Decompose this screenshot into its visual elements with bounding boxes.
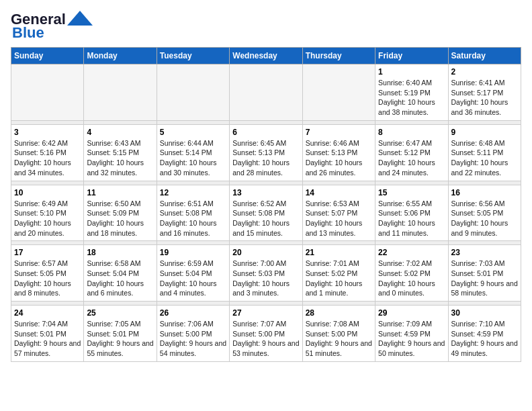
day-number: 20 xyxy=(232,248,299,257)
day-number: 7 xyxy=(306,128,372,137)
day-number: 11 xyxy=(87,188,153,197)
day-number: 29 xyxy=(378,308,445,318)
calendar-table: SundayMondayTuesdayWednesdayThursdayFrid… xyxy=(11,47,521,362)
calendar-cell: 17Sunrise: 6:57 AM Sunset: 5:05 PM Dayli… xyxy=(11,245,84,302)
calendar-cell: 9Sunrise: 6:48 AM Sunset: 5:11 PM Daylig… xyxy=(448,124,521,181)
calendar-cell: 26Sunrise: 7:06 AM Sunset: 5:00 PM Dayli… xyxy=(157,306,229,362)
weekday-header: Thursday xyxy=(302,48,375,64)
day-number: 22 xyxy=(378,248,445,257)
day-number: 24 xyxy=(14,308,81,318)
weekday-header: Saturday xyxy=(448,48,521,64)
calendar-cell xyxy=(11,64,84,121)
day-number: 9 xyxy=(451,128,518,137)
calendar-cell: 11Sunrise: 6:50 AM Sunset: 5:09 PM Dayli… xyxy=(84,185,157,241)
day-number: 15 xyxy=(378,188,445,197)
day-number: 12 xyxy=(160,188,226,197)
day-info: Sunrise: 6:53 AM Sunset: 5:07 PM Dayligh… xyxy=(306,199,372,238)
logo: General Blue xyxy=(11,11,93,42)
day-info: Sunrise: 6:41 AM Sunset: 5:17 PM Dayligh… xyxy=(451,78,518,118)
day-info: Sunrise: 6:56 AM Sunset: 5:05 PM Dayligh… xyxy=(451,199,518,238)
calendar-cell xyxy=(230,64,302,121)
svg-marker-0 xyxy=(67,11,93,26)
calendar-cell: 3Sunrise: 6:42 AM Sunset: 5:16 PM Daylig… xyxy=(11,124,84,181)
day-info: Sunrise: 7:07 AM Sunset: 5:00 PM Dayligh… xyxy=(232,319,299,359)
calendar-cell: 14Sunrise: 6:53 AM Sunset: 5:07 PM Dayli… xyxy=(302,185,375,241)
calendar-week-row: 1Sunrise: 6:40 AM Sunset: 5:19 PM Daylig… xyxy=(11,64,521,121)
day-number: 21 xyxy=(306,248,372,257)
calendar-cell: 13Sunrise: 6:52 AM Sunset: 5:08 PM Dayli… xyxy=(230,185,302,241)
calendar-week-row: 3Sunrise: 6:42 AM Sunset: 5:16 PM Daylig… xyxy=(11,124,521,181)
day-info: Sunrise: 6:51 AM Sunset: 5:08 PM Dayligh… xyxy=(160,199,226,238)
day-number: 6 xyxy=(232,128,299,137)
day-info: Sunrise: 7:00 AM Sunset: 5:03 PM Dayligh… xyxy=(232,259,299,298)
calendar-cell: 20Sunrise: 7:00 AM Sunset: 5:03 PM Dayli… xyxy=(230,245,302,302)
logo-blue: Blue xyxy=(12,24,44,42)
day-info: Sunrise: 6:49 AM Sunset: 5:10 PM Dayligh… xyxy=(14,199,81,238)
calendar-cell: 15Sunrise: 6:55 AM Sunset: 5:06 PM Dayli… xyxy=(375,185,448,241)
day-number: 5 xyxy=(160,128,226,137)
calendar-cell: 12Sunrise: 6:51 AM Sunset: 5:08 PM Dayli… xyxy=(157,185,229,241)
calendar-cell: 25Sunrise: 7:05 AM Sunset: 5:01 PM Dayli… xyxy=(84,306,157,362)
day-info: Sunrise: 7:05 AM Sunset: 5:01 PM Dayligh… xyxy=(87,319,153,359)
day-number: 18 xyxy=(87,248,153,257)
calendar-week-row: 17Sunrise: 6:57 AM Sunset: 5:05 PM Dayli… xyxy=(11,245,521,302)
day-number: 1 xyxy=(378,67,445,77)
day-info: Sunrise: 7:08 AM Sunset: 5:00 PM Dayligh… xyxy=(306,319,372,359)
calendar-cell: 1Sunrise: 6:40 AM Sunset: 5:19 PM Daylig… xyxy=(375,64,448,121)
day-info: Sunrise: 7:01 AM Sunset: 5:02 PM Dayligh… xyxy=(306,259,372,298)
calendar-header-row: SundayMondayTuesdayWednesdayThursdayFrid… xyxy=(11,48,521,64)
day-number: 28 xyxy=(306,308,372,318)
calendar-cell: 22Sunrise: 7:02 AM Sunset: 5:02 PM Dayli… xyxy=(375,245,448,302)
calendar-cell: 10Sunrise: 6:49 AM Sunset: 5:10 PM Dayli… xyxy=(11,185,84,241)
calendar-cell: 19Sunrise: 6:59 AM Sunset: 5:04 PM Dayli… xyxy=(157,245,229,302)
day-info: Sunrise: 7:02 AM Sunset: 5:02 PM Dayligh… xyxy=(378,259,445,298)
calendar-week-row: 10Sunrise: 6:49 AM Sunset: 5:10 PM Dayli… xyxy=(11,185,521,241)
calendar-cell: 16Sunrise: 6:56 AM Sunset: 5:05 PM Dayli… xyxy=(448,185,521,241)
day-info: Sunrise: 6:59 AM Sunset: 5:04 PM Dayligh… xyxy=(160,259,226,298)
calendar-cell: 24Sunrise: 7:04 AM Sunset: 5:01 PM Dayli… xyxy=(11,306,84,362)
calendar-cell: 28Sunrise: 7:08 AM Sunset: 5:00 PM Dayli… xyxy=(302,306,375,362)
day-info: Sunrise: 6:52 AM Sunset: 5:08 PM Dayligh… xyxy=(232,199,299,238)
day-number: 3 xyxy=(14,128,81,137)
day-number: 10 xyxy=(14,188,81,197)
day-info: Sunrise: 7:10 AM Sunset: 4:59 PM Dayligh… xyxy=(451,319,518,359)
day-number: 27 xyxy=(232,308,299,318)
calendar-cell: 30Sunrise: 7:10 AM Sunset: 4:59 PM Dayli… xyxy=(448,306,521,362)
calendar-week-row: 24Sunrise: 7:04 AM Sunset: 5:01 PM Dayli… xyxy=(11,306,521,362)
calendar-cell: 21Sunrise: 7:01 AM Sunset: 5:02 PM Dayli… xyxy=(302,245,375,302)
day-number: 25 xyxy=(87,308,153,318)
calendar-cell xyxy=(84,64,157,121)
day-info: Sunrise: 6:57 AM Sunset: 5:05 PM Dayligh… xyxy=(14,259,81,298)
day-info: Sunrise: 6:48 AM Sunset: 5:11 PM Dayligh… xyxy=(451,138,518,178)
day-info: Sunrise: 6:55 AM Sunset: 5:06 PM Dayligh… xyxy=(378,199,445,238)
day-info: Sunrise: 6:45 AM Sunset: 5:13 PM Dayligh… xyxy=(232,138,299,178)
calendar-cell: 23Sunrise: 7:03 AM Sunset: 5:01 PM Dayli… xyxy=(448,245,521,302)
calendar-cell: 29Sunrise: 7:09 AM Sunset: 4:59 PM Dayli… xyxy=(375,306,448,362)
calendar-cell: 4Sunrise: 6:43 AM Sunset: 5:15 PM Daylig… xyxy=(84,124,157,181)
day-number: 14 xyxy=(306,188,372,197)
day-info: Sunrise: 6:58 AM Sunset: 5:04 PM Dayligh… xyxy=(87,259,153,298)
day-number: 26 xyxy=(160,308,226,318)
weekday-header: Tuesday xyxy=(157,48,229,64)
calendar-cell: 5Sunrise: 6:44 AM Sunset: 5:14 PM Daylig… xyxy=(157,124,229,181)
weekday-header: Monday xyxy=(84,48,157,64)
day-number: 23 xyxy=(451,248,518,257)
calendar-cell: 2Sunrise: 6:41 AM Sunset: 5:17 PM Daylig… xyxy=(448,64,521,121)
weekday-header: Friday xyxy=(375,48,448,64)
day-number: 17 xyxy=(14,248,81,257)
logo-icon xyxy=(67,11,93,26)
day-info: Sunrise: 7:06 AM Sunset: 5:00 PM Dayligh… xyxy=(160,319,226,359)
calendar-cell: 8Sunrise: 6:47 AM Sunset: 5:12 PM Daylig… xyxy=(375,124,448,181)
calendar-cell xyxy=(302,64,375,121)
calendar-cell: 6Sunrise: 6:45 AM Sunset: 5:13 PM Daylig… xyxy=(230,124,302,181)
day-info: Sunrise: 6:46 AM Sunset: 5:13 PM Dayligh… xyxy=(306,138,372,178)
page-header: General Blue xyxy=(11,11,521,42)
day-number: 30 xyxy=(451,308,518,318)
weekday-header: Wednesday xyxy=(230,48,302,64)
day-info: Sunrise: 7:09 AM Sunset: 4:59 PM Dayligh… xyxy=(378,319,445,359)
day-info: Sunrise: 6:44 AM Sunset: 5:14 PM Dayligh… xyxy=(160,138,226,178)
day-info: Sunrise: 6:50 AM Sunset: 5:09 PM Dayligh… xyxy=(87,199,153,238)
day-number: 4 xyxy=(87,128,153,137)
day-info: Sunrise: 7:03 AM Sunset: 5:01 PM Dayligh… xyxy=(451,259,518,298)
calendar-cell xyxy=(157,64,229,121)
